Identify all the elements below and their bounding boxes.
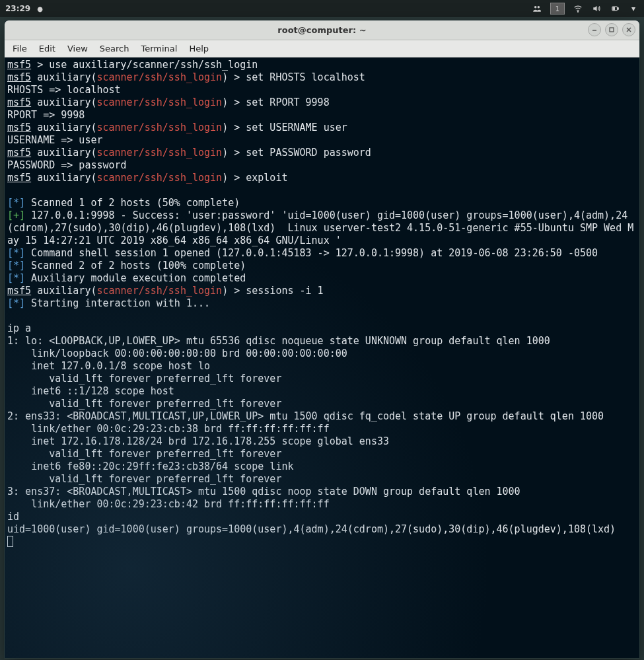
maximize-button[interactable] — [605, 23, 618, 36]
system-panel: 23:29 ● 1 ▾ — [0, 0, 644, 17]
terminal-line: msf5 auxiliary(scanner/ssh/ssh_login) > … — [7, 96, 637, 109]
terminal-line: RPORT => 9998 — [7, 109, 637, 122]
terminal-line: [*] Scanned 2 of 2 hosts (100% complete) — [7, 260, 637, 272]
svg-rect-5 — [613, 7, 614, 10]
wifi-icon[interactable] — [573, 3, 583, 14]
chevron-down-icon[interactable]: ▾ — [628, 3, 639, 14]
terminal-line: msf5 > use auxiliary/scanner/ssh/ssh_log… — [7, 59, 637, 71]
menu-help[interactable]: Help — [189, 44, 209, 54]
battery-icon[interactable] — [610, 3, 620, 14]
terminal-line: inet 172.16.178.128/24 brd 172.16.178.25… — [7, 435, 637, 448]
svg-point-0 — [534, 6, 537, 8]
svg-rect-7 — [610, 28, 614, 32]
terminal-line: msf5 auxiliary(scanner/ssh/ssh_login) > … — [7, 71, 637, 84]
terminal-line: [*] Scanned 1 of 2 hosts (50% complete) — [7, 197, 637, 209]
terminal-line: link/ether 00:0c:29:23:cb:42 brd ff:ff:f… — [7, 498, 637, 511]
window-controls — [588, 23, 635, 36]
terminal-line — [7, 536, 637, 548]
terminal-window: root@computer: ~ File Edit View Search T… — [4, 20, 640, 659]
terminal-line: valid_lft forever preferred_lft forever — [7, 473, 637, 486]
menu-search[interactable]: Search — [100, 44, 129, 54]
svg-rect-4 — [618, 8, 618, 9]
terminal-line: [*] Command shell session 1 opened (127.… — [7, 247, 637, 260]
terminal-line: [*] Auxiliary module execution completed — [7, 272, 637, 285]
terminal-line: inet6 ::1/128 scope host — [7, 385, 637, 398]
close-button[interactable] — [622, 23, 635, 36]
menu-terminal[interactable]: Terminal — [141, 44, 177, 54]
terminal-line: msf5 auxiliary(scanner/ssh/ssh_login) > … — [7, 122, 637, 134]
clock: 23:29 — [5, 4, 30, 13]
terminal-line: inet 127.0.0.1/8 scope host lo — [7, 360, 637, 373]
terminal-line: id — [7, 511, 637, 523]
svg-point-2 — [577, 11, 578, 12]
workspace-indicator[interactable]: 1 — [550, 3, 565, 15]
terminal-line: link/loopback 00:00:00:00:00:00 brd 00:0… — [7, 348, 637, 360]
users-icon[interactable] — [532, 3, 542, 14]
terminal-line: ip a — [7, 322, 637, 335]
terminal-line: [+] 127.0.0.1:9998 - Success: 'user:pass… — [7, 209, 637, 247]
terminal-line: msf5 auxiliary(scanner/ssh/ssh_login) > … — [7, 285, 637, 297]
minimize-button[interactable] — [588, 23, 601, 36]
window-title: root@computer: ~ — [277, 25, 366, 35]
terminal-cursor — [7, 536, 13, 547]
terminal-line: msf5 auxiliary(scanner/ssh/ssh_login) > … — [7, 147, 637, 159]
terminal-line: 2: ens33: <BROADCAST,MULTICAST,UP,LOWER_… — [7, 410, 637, 423]
terminal-output[interactable]: msf5 > use auxiliary/scanner/ssh/ssh_log… — [5, 57, 639, 658]
menu-view[interactable]: View — [67, 44, 88, 54]
terminal-line: link/ether 00:0c:29:23:cb:38 brd ff:ff:f… — [7, 423, 637, 435]
terminal-line: 1: lo: <LOOPBACK,UP,LOWER_UP> mtu 65536 … — [7, 335, 637, 348]
terminal-line: inet6 fe80::20c:29ff:fe23:cb38/64 scope … — [7, 460, 637, 473]
terminal-line: valid_lft forever preferred_lft forever — [7, 448, 637, 460]
terminal-line: msf5 auxiliary(scanner/ssh/ssh_login) > … — [7, 172, 637, 184]
svg-point-1 — [538, 6, 540, 8]
window-titlebar[interactable]: root@computer: ~ — [5, 20, 639, 40]
menu-file[interactable]: File — [13, 44, 27, 54]
system-tray: 1 ▾ — [532, 3, 639, 15]
volume-icon[interactable] — [591, 3, 602, 14]
terminal-line: valid_lft forever preferred_lft forever — [7, 398, 637, 410]
menubar: File Edit View Search Terminal Help — [5, 40, 639, 57]
terminal-line: uid=1000(user) gid=1000(user) groups=100… — [7, 523, 637, 536]
terminal-line: USERNAME => user — [7, 134, 637, 147]
terminal-line: [*] Starting interaction with 1... — [7, 297, 637, 310]
menu-edit[interactable]: Edit — [39, 44, 55, 54]
terminal-line — [7, 184, 637, 197]
terminal-line: 3: ens37: <BROADCAST,MULTICAST> mtu 1500… — [7, 486, 637, 498]
terminal-line — [7, 310, 637, 322]
recording-dot-icon: ● — [34, 5, 43, 13]
terminal-line: valid_lft forever preferred_lft forever — [7, 373, 637, 385]
terminal-line: PASSWORD => password — [7, 159, 637, 172]
terminal-line: RHOSTS => localhost — [7, 84, 637, 96]
